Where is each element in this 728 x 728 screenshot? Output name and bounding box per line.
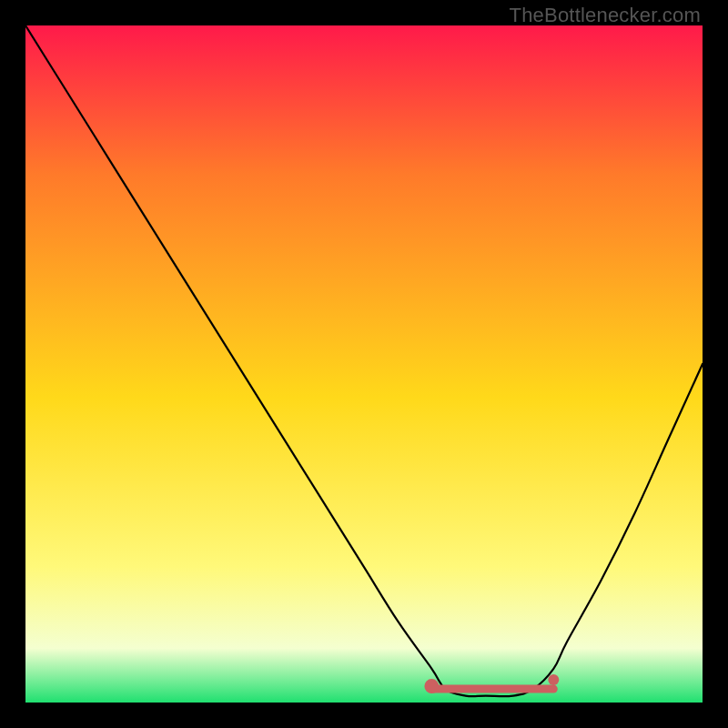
optimal-range-end-dot: [548, 674, 559, 685]
bottleneck-curve: [25, 25, 703, 703]
curve-path: [25, 25, 703, 696]
chart-frame: TheBottleneсker.com: [0, 0, 728, 728]
watermark-text: TheBottleneсker.com: [510, 4, 701, 27]
optimal-range-start-dot: [424, 679, 439, 693]
plot-area: [25, 25, 703, 703]
